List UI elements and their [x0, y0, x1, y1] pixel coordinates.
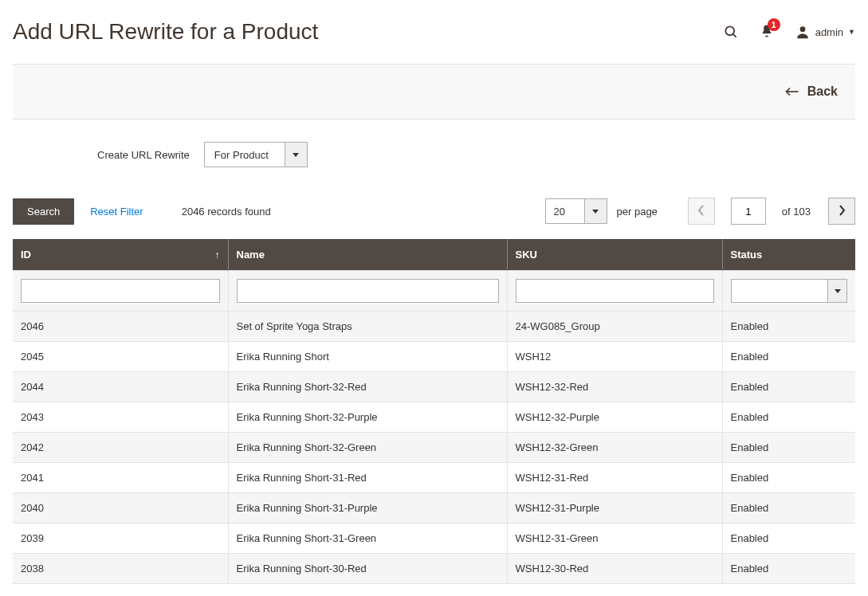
- cell-sku: WSH12-32-Red: [507, 372, 722, 402]
- sort-ascending-icon: ↑: [215, 249, 220, 261]
- create-rewrite-label: Create URL Rewrite: [97, 149, 190, 161]
- filter-name-input[interactable]: [237, 279, 499, 303]
- cell-sku: WSH12-31-Green: [507, 523, 722, 554]
- column-header-status-label: Status: [731, 249, 763, 261]
- pager-total-pages-label: of 103: [782, 206, 811, 218]
- create-rewrite-select[interactable]: For Product: [204, 142, 308, 167]
- cell-id: 2040: [13, 493, 228, 523]
- filter-id-input[interactable]: [21, 279, 220, 303]
- cell-name: Erika Running Short-32-Green: [228, 433, 507, 463]
- pager-current-page-input[interactable]: [731, 198, 766, 225]
- table-row[interactable]: 2045Erika Running ShortWSH12Enabled: [13, 342, 855, 372]
- cell-name: Set of Sprite Yoga Straps: [228, 312, 507, 342]
- action-bar: Back: [13, 64, 855, 120]
- column-header-id-label: ID: [21, 249, 31, 261]
- table-row[interactable]: 2046Set of Sprite Yoga Straps24-WG085_Gr…: [13, 312, 855, 342]
- table-row[interactable]: 2040Erika Running Short-31-PurpleWSH12-3…: [13, 493, 855, 523]
- notifications-button[interactable]: 1: [760, 23, 774, 41]
- cell-id: 2042: [13, 433, 228, 463]
- cell-name: Erika Running Short-32-Red: [228, 372, 507, 402]
- pager-next-button[interactable]: [828, 198, 855, 225]
- page-title: Add URL Rewrite for a Product: [13, 19, 723, 45]
- reset-filter-link[interactable]: Reset Filter: [90, 206, 143, 218]
- cell-id: 2044: [13, 372, 228, 402]
- column-header-sku[interactable]: SKU: [507, 239, 722, 271]
- filter-status-select[interactable]: [731, 279, 848, 303]
- cell-id: 2038: [13, 554, 228, 584]
- per-page-label: per page: [617, 206, 658, 218]
- cell-name: Erika Running Short: [228, 342, 507, 372]
- page-header: Add URL Rewrite for a Product 1 admin ▼: [13, 0, 855, 64]
- cell-status: Enabled: [722, 312, 855, 342]
- cell-status: Enabled: [722, 433, 855, 463]
- cell-id: 2045: [13, 342, 228, 372]
- cell-id: 2039: [13, 523, 228, 554]
- filter-row: [13, 271, 855, 312]
- table-row[interactable]: 2042Erika Running Short-32-GreenWSH12-32…: [13, 433, 855, 463]
- admin-user-label: admin: [815, 26, 843, 38]
- records-found-label: 2046 records found: [182, 206, 271, 218]
- column-header-id[interactable]: ID ↑: [13, 239, 228, 271]
- table-row[interactable]: 2044Erika Running Short-32-RedWSH12-32-R…: [13, 372, 855, 402]
- column-header-name-label: Name: [237, 249, 265, 261]
- cell-name: Erika Running Short-31-Green: [228, 523, 507, 554]
- cell-name: Erika Running Short-31-Red: [228, 463, 507, 493]
- grid-toolbar: Search Reset Filter 2046 records found 2…: [13, 198, 855, 225]
- cell-sku: WSH12-32-Purple: [507, 402, 722, 433]
- create-rewrite-row: Create URL Rewrite For Product: [13, 142, 855, 198]
- chevron-right-icon: [839, 205, 846, 218]
- per-page-select[interactable]: 20: [545, 198, 607, 224]
- cell-status: Enabled: [722, 493, 855, 523]
- cell-status: Enabled: [722, 523, 855, 554]
- svg-line-1: [732, 34, 736, 37]
- cell-status: Enabled: [722, 554, 855, 584]
- filter-sku-input[interactable]: [516, 279, 714, 303]
- pager-prev-button[interactable]: [688, 198, 715, 225]
- svg-point-0: [725, 26, 734, 35]
- cell-status: Enabled: [722, 342, 855, 372]
- cell-sku: 24-WG085_Group: [507, 312, 722, 342]
- search-button[interactable]: Search: [13, 198, 74, 225]
- table-row[interactable]: 2041Erika Running Short-31-RedWSH12-31-R…: [13, 463, 855, 493]
- cell-id: 2043: [13, 402, 228, 433]
- table-row[interactable]: 2038Erika Running Short-30-RedWSH12-30-R…: [13, 554, 855, 584]
- cell-sku: WSH12-31-Purple: [507, 493, 722, 523]
- table-row[interactable]: 2043Erika Running Short-32-PurpleWSH12-3…: [13, 402, 855, 433]
- table-row[interactable]: 2039Erika Running Short-31-GreenWSH12-31…: [13, 523, 855, 554]
- cell-sku: WSH12-31-Red: [507, 463, 722, 493]
- cell-status: Enabled: [722, 402, 855, 433]
- products-table: ID ↑ Name SKU Status: [13, 239, 855, 584]
- chevron-down-icon: [584, 199, 607, 223]
- cell-sku: WSH12-32-Green: [507, 433, 722, 463]
- chevron-down-icon: [827, 280, 846, 302]
- cell-name: Erika Running Short-30-Red: [228, 554, 507, 584]
- chevron-down-icon: ▼: [848, 28, 855, 36]
- column-header-status[interactable]: Status: [722, 239, 855, 271]
- cell-sku: WSH12: [507, 342, 722, 372]
- arrow-left-icon: [785, 86, 799, 97]
- cell-sku: WSH12-30-Red: [507, 554, 722, 584]
- notifications-count-badge: 1: [768, 18, 780, 31]
- cell-status: Enabled: [722, 372, 855, 402]
- create-rewrite-select-value: For Product: [205, 143, 285, 167]
- chevron-down-icon: [285, 143, 307, 167]
- cell-id: 2041: [13, 463, 228, 493]
- cell-name: Erika Running Short-31-Purple: [228, 493, 507, 523]
- back-button[interactable]: Back: [780, 84, 842, 100]
- column-header-name[interactable]: Name: [228, 239, 507, 271]
- cell-id: 2046: [13, 312, 228, 342]
- user-icon: [795, 24, 811, 40]
- admin-user-menu[interactable]: admin ▼: [795, 24, 855, 40]
- cell-status: Enabled: [722, 463, 855, 493]
- search-icon[interactable]: [723, 24, 739, 40]
- svg-point-2: [799, 26, 805, 32]
- column-header-sku-label: SKU: [516, 249, 537, 261]
- chevron-left-icon: [697, 205, 705, 218]
- per-page-value: 20: [546, 199, 584, 223]
- back-button-label: Back: [807, 84, 838, 99]
- cell-name: Erika Running Short-32-Purple: [228, 402, 507, 433]
